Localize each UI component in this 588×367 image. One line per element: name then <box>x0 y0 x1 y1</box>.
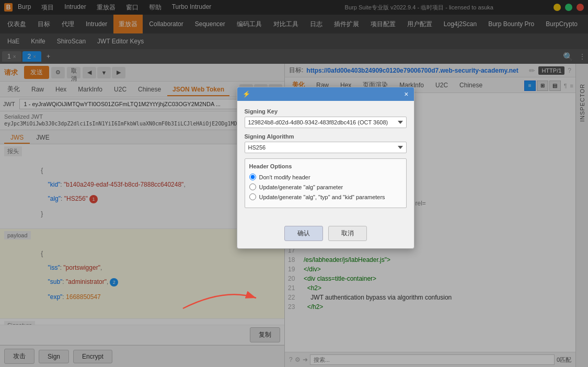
signing-alg-select[interactable]: HS256 <box>245 142 407 153</box>
modal-title-icon: ⚡ <box>243 90 250 98</box>
confirm-button[interactable]: 确认 <box>284 226 323 241</box>
signing-dialog: ⚡ × Signing Key 129824b8-d02d-4d80-9342-… <box>237 87 414 249</box>
modal-title-bar: ⚡ × <box>237 87 414 101</box>
modal-cancel-button[interactable]: 取消 <box>328 226 367 241</box>
radio-update-all[interactable]: Update/generate "alg", "typ" and "kid" p… <box>249 193 402 200</box>
signing-key-select[interactable]: 129824b8-d02d-4d80-9342-483f82dbc416 (OC… <box>245 117 407 128</box>
modal-footer: 确认 取消 <box>237 222 414 248</box>
radio-update-alg[interactable]: Update/generate "alg" parameter <box>249 183 402 190</box>
modal-overlay: ⚡ × Signing Key 129824b8-d02d-4d80-9342-… <box>0 0 588 367</box>
header-options-label: Header Options <box>249 163 402 169</box>
signing-key-label: Signing Key <box>245 108 407 114</box>
radio-dont-modify[interactable]: Don't modify header <box>249 174 402 180</box>
signing-alg-label: Signing Algorithm <box>245 133 407 140</box>
modal-close-button[interactable]: × <box>404 90 408 98</box>
header-options-group: Header Options Don't modify header Updat… <box>245 158 407 208</box>
modal-body: Signing Key 129824b8-d02d-4d80-9342-483f… <box>237 101 414 222</box>
